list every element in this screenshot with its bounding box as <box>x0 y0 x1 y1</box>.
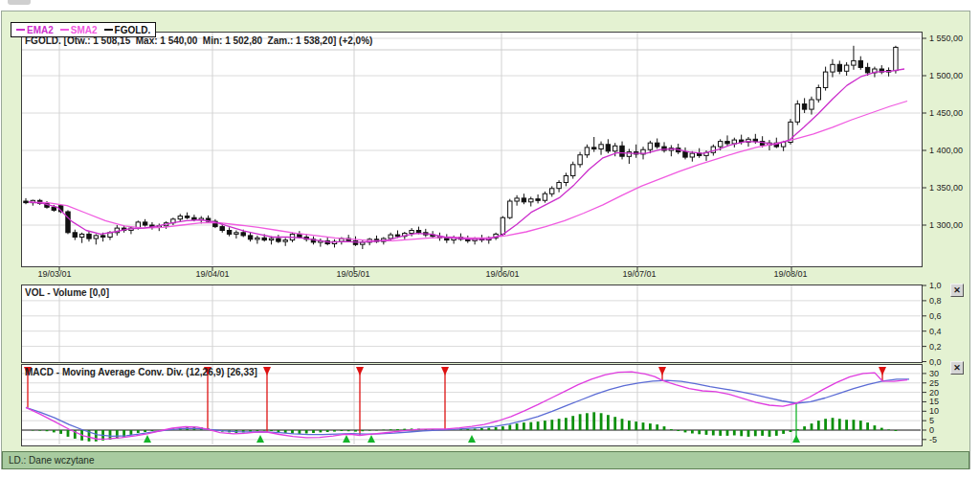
volume-y-axis-label: 0,8 <box>929 296 942 306</box>
fgold-line-swatch <box>104 29 113 31</box>
x-axis-date-label: 19/04/01 <box>195 269 229 279</box>
indicator-legend: EMA2 SMA2 FGOLD. <box>11 22 156 37</box>
macd-y-axis-label: 15 <box>929 397 939 406</box>
status-bar: LD.: Dane wczytane <box>2 451 969 469</box>
price-chart-panel[interactable] <box>21 32 923 267</box>
macd-y-axis-label: 20 <box>929 388 939 398</box>
volume-y-axis-label: 0,2 <box>929 342 942 352</box>
close-volume-panel-button[interactable]: ✕ <box>950 284 964 297</box>
legend-ema2-label: EMA2 <box>27 25 54 35</box>
macd-y-axis-label: 30 <box>929 369 939 378</box>
x-axis-date-label: 19/07/01 <box>622 269 656 279</box>
volume-y-axis-label: 0,6 <box>929 311 942 321</box>
legend-item-ema2: EMA2 <box>16 25 54 35</box>
macd-y-axis-label: 0 <box>929 425 934 435</box>
legend-item-fgold: FGOLD. <box>104 25 151 35</box>
price-y-axis-label: 1 500,00 <box>929 71 963 80</box>
macd-y-axis-label: 25 <box>929 378 939 388</box>
charting-app: { "colors":{ "app_background":"#e4f2d2",… <box>0 0 980 478</box>
close-macd-panel-button[interactable]: ✕ <box>950 361 964 375</box>
x-axis-date-label: 19/03/01 <box>37 269 71 279</box>
volume-y-axis-label: 1,0 <box>929 281 942 290</box>
macd-y-axis-label: 5 <box>929 416 934 425</box>
price-y-axis-label: 1 300,00 <box>929 220 963 230</box>
x-axis-date-label: 19/06/01 <box>485 269 519 279</box>
ema2-line-swatch <box>16 29 25 31</box>
window-artifact <box>8 0 31 5</box>
close-icon: ✕ <box>953 363 961 373</box>
price-y-axis-label: 1 450,00 <box>929 108 963 118</box>
volume-panel[interactable] <box>21 285 923 363</box>
price-y-axis-label: 1 550,00 <box>929 34 963 43</box>
macd-y-axis-label: -5 <box>929 435 937 444</box>
macd-y-axis-label: 10 <box>929 406 939 416</box>
legend-sma2-label: SMA2 <box>71 25 98 35</box>
sma2-line-swatch <box>60 29 69 31</box>
price-y-axis-label: 1 350,00 <box>929 183 963 193</box>
status-text: LD.: Dane wczytane <box>9 455 95 466</box>
legend-item-sma2: SMA2 <box>60 25 98 35</box>
volume-y-axis-label: 0,0 <box>929 357 942 367</box>
x-axis-date-label: 19/08/01 <box>773 269 807 279</box>
close-icon: ✕ <box>953 285 961 295</box>
volume-y-axis-label: 0,4 <box>929 327 942 336</box>
volume-panel-title: VOL - Volume [0,0] <box>25 287 109 298</box>
price-y-axis-label: 1 400,00 <box>929 146 963 155</box>
legend-fgold-label: FGOLD. <box>115 25 151 35</box>
x-axis-date-label: 19/05/01 <box>336 269 369 279</box>
macd-panel-title: MACD - Moving Average Conv. Div. (12,26,… <box>25 367 257 377</box>
